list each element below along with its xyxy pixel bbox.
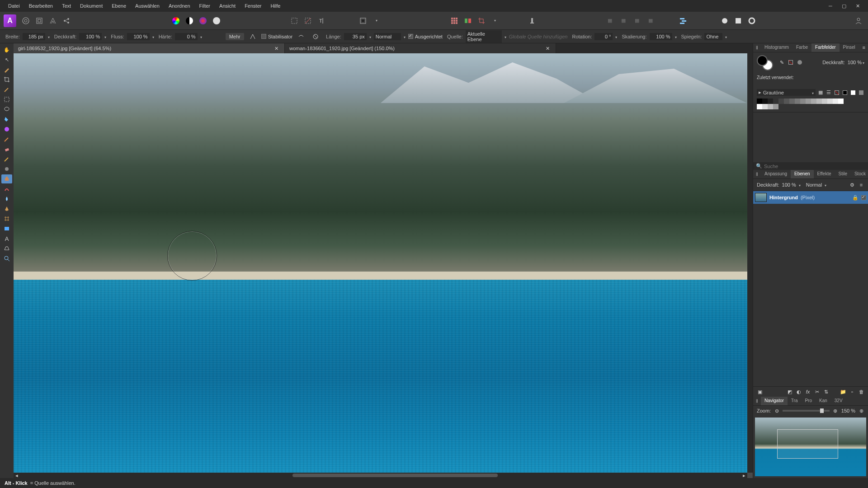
erase-tool[interactable] [1,145,12,154]
menu-ansicht[interactable]: Ansicht [215,1,240,10]
hand-tool[interactable]: ✋ [1,45,12,54]
menu-fenster[interactable]: Fenster [240,1,266,10]
maximize-button[interactable]: ▢ [841,3,847,9]
color-foreground-background[interactable] [757,55,775,70]
grayscale-ramp[interactable] [757,99,864,104]
color-picker-tool[interactable] [1,65,12,74]
swatch-white-icon[interactable] [850,89,856,96]
layer-settings-icon[interactable]: ⚙ [849,182,855,188]
pencil-tool[interactable] [1,155,12,164]
layer-lock-icon[interactable]: 🔒 [852,194,859,201]
scale-dropdown[interactable] [675,34,677,39]
tab-effekte[interactable]: Effekte [814,170,835,178]
tab-kan[interactable]: Kan [816,397,831,405]
selection-rect-icon[interactable] [288,15,300,27]
layer-folder-icon[interactable]: 📁 [840,389,846,395]
tab-pro[interactable]: Pro [801,397,816,405]
scale-value[interactable]: 100 % [650,33,672,40]
layer-delete-icon[interactable]: 🗑 [858,389,864,395]
source-dropdown[interactable] [505,34,506,39]
tab-tra[interactable]: Tra [788,397,802,405]
tab-anpassung[interactable]: Anpassung [761,170,791,178]
grayscale-swatches[interactable] [757,104,864,109]
snap3-icon[interactable] [746,15,758,27]
snap-icon[interactable] [719,15,731,27]
quickmask-dropdown[interactable] [371,15,382,27]
window-mode-icon[interactable] [310,31,321,42]
layer-blend-dropdown[interactable] [825,182,826,188]
layer-mask-icon[interactable]: ◩ [787,389,793,395]
tab-stile[interactable]: Stile [835,170,850,178]
layer-opacity-value[interactable]: 100 % [782,182,796,188]
tab-close-icon[interactable]: ✕ [274,46,280,52]
crop-dropdown[interactable] [489,15,501,27]
menu-text[interactable]: Text [57,1,75,10]
menu-anordnen[interactable]: Anordnen [164,1,195,10]
selection-remove-icon[interactable] [302,15,314,27]
zoom-tool[interactable] [1,254,12,263]
clone-stamp-tool[interactable] [1,174,12,183]
canvas[interactable] [14,53,747,473]
layer-crop-icon[interactable]: ✂ [814,389,820,395]
tab-close-icon[interactable]: ✕ [546,46,551,52]
search-input[interactable] [764,164,865,169]
blend-dropdown[interactable] [404,34,406,39]
tab-ebenen[interactable]: Ebenen [791,170,813,178]
document-tab-1[interactable]: girl-1869532_1920.jpg [Geändert] (64.5%)… [14,43,285,53]
swatch-grid-icon[interactable]: ▦ [817,89,824,96]
menu-auswaehlen[interactable]: Auswählen [131,1,164,10]
quickmask-icon[interactable] [357,15,369,27]
selection-brush-tool[interactable] [1,85,12,94]
snap2-icon[interactable] [732,15,744,27]
eyedropper-icon[interactable]: ✎ [778,59,785,66]
selection-text-icon[interactable]: T [316,15,327,27]
info-icon[interactable] [526,15,538,27]
scroll-thumb[interactable] [292,474,498,477]
flood-fill-tool[interactable] [1,115,12,124]
aligned-check[interactable]: Ausgerichtet [408,34,443,39]
document-tab-2[interactable]: woman-1836601_1920.jpg [Geändert] (150.0… [285,43,556,53]
menu-bearbeiten[interactable]: Bearbeiten [24,1,57,10]
zoom-out-icon[interactable]: ⊖ [774,408,780,414]
persona-export-icon[interactable] [61,15,72,27]
more-button[interactable]: Mehr [226,33,244,40]
layer-group-icon[interactable]: ▣ [757,389,763,395]
hardness-dropdown[interactable] [200,34,202,39]
swatch-mid-icon[interactable] [858,89,864,96]
tab-pinsel[interactable]: Pinsel [840,43,859,52]
text-tool[interactable]: A [1,234,12,243]
pen-tool[interactable] [1,204,12,213]
layer-fx-icon[interactable]: fx [805,389,811,395]
foreground-color[interactable] [757,55,768,66]
mesh-warp-tool[interactable] [1,214,12,223]
layer-link-icon[interactable]: ⇅ [823,389,829,395]
panel-opacity-value[interactable]: 100 % [848,60,862,65]
rotation-value[interactable]: 0 ° [594,33,613,40]
tab-navigator[interactable]: Navigator [761,397,788,405]
layer-menu-icon[interactable]: ≡ [858,182,864,188]
grayscale-icon[interactable] [184,15,195,27]
menu-hilfe[interactable]: Hilfe [266,1,285,10]
tab-farbe[interactable]: Farbe [793,43,811,52]
tab-stock[interactable]: Stock [851,170,868,178]
source-value[interactable]: Aktuelle Ebene [466,30,502,43]
zoom-slider[interactable] [783,410,830,412]
mirror-dropdown[interactable] [725,34,727,39]
opacity-value[interactable]: 100 % [79,33,102,40]
panel-menu-icon[interactable]: ≡ [860,43,868,52]
width-value[interactable]: 185 px [23,33,45,40]
flow-value[interactable]: 100 % [127,33,150,40]
grid-all-icon[interactable] [448,15,460,27]
length-value[interactable]: 35 px [344,33,367,40]
layer-row[interactable]: Hintergrund (Pixel) 🔒 [753,191,868,204]
menu-ebene[interactable]: Ebene [107,1,131,10]
marquee-tool[interactable] [1,95,12,104]
zoom-in-icon[interactable]: ⊕ [832,408,839,414]
panel-opacity-dropdown[interactable] [863,60,864,65]
persona-photo-icon[interactable] [20,15,32,27]
swatch-list-icon[interactable]: ☰ [826,89,832,96]
menu-dokument[interactable]: Dokument [75,1,107,10]
mirror-value[interactable]: Ohne [704,33,722,40]
crop-tool[interactable] [1,75,12,84]
menu-filter[interactable]: Filter [195,1,215,10]
